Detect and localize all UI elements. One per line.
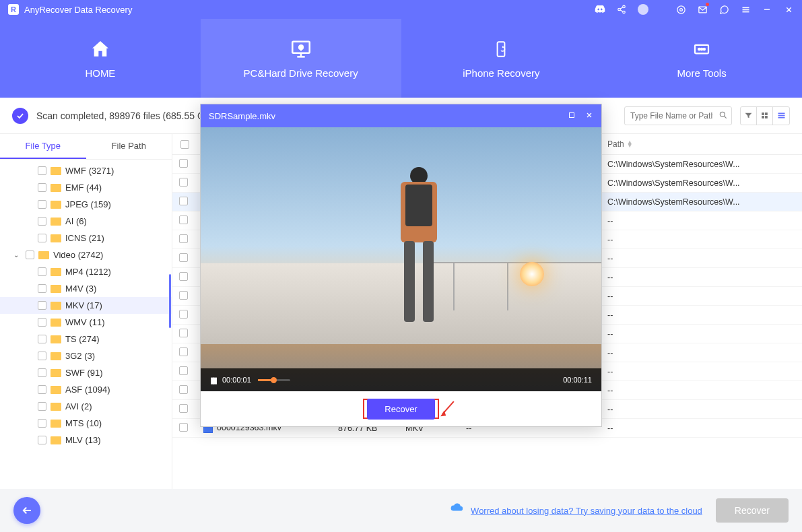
row-checkbox[interactable] bbox=[179, 215, 188, 224]
tree-item[interactable]: M4V (3) bbox=[0, 280, 172, 297]
tree-item[interactable]: WMV (11) bbox=[0, 314, 172, 331]
header-checkbox[interactable] bbox=[172, 134, 197, 154]
checkbox[interactable] bbox=[38, 234, 46, 242]
svg-rect-27 bbox=[765, 112, 768, 115]
checkbox[interactable] bbox=[38, 200, 46, 209]
row-checkbox[interactable] bbox=[179, 159, 188, 168]
checkbox[interactable] bbox=[38, 436, 46, 444]
video-progress[interactable] bbox=[258, 379, 290, 381]
header-path[interactable]: Path▲▼ bbox=[601, 134, 802, 154]
recover-button[interactable]: Recover bbox=[716, 498, 789, 523]
nav-pc-recovery[interactable]: PC&Hard Drive Recovery bbox=[201, 19, 401, 98]
feedback-icon[interactable] bbox=[719, 4, 729, 15]
list-view-icon[interactable] bbox=[773, 107, 789, 125]
share-icon[interactable] bbox=[616, 4, 627, 15]
cell-path: -- bbox=[601, 273, 802, 282]
footer: Worred about losing data? Try saving you… bbox=[0, 489, 802, 532]
tree-item[interactable]: SWF (91) bbox=[0, 364, 172, 381]
checkbox[interactable] bbox=[26, 251, 34, 259]
folder-icon bbox=[51, 285, 61, 293]
checkbox[interactable] bbox=[38, 284, 46, 293]
checkbox[interactable] bbox=[38, 166, 46, 175]
row-checkbox[interactable] bbox=[179, 197, 188, 205]
checkbox[interactable] bbox=[38, 385, 46, 394]
row-checkbox[interactable] bbox=[179, 366, 188, 375]
checkbox[interactable] bbox=[38, 318, 46, 327]
file-type-tree[interactable]: WMF (3271)EMF (44)JPEG (159)AI (6)ICNS (… bbox=[0, 160, 172, 489]
row-checkbox[interactable] bbox=[179, 329, 188, 337]
search-box bbox=[624, 106, 732, 125]
tree-item[interactable]: WMF (3271) bbox=[0, 162, 172, 179]
tree-item[interactable]: MP4 (1212) bbox=[0, 263, 172, 280]
row-checkbox[interactable] bbox=[179, 404, 188, 413]
nav-home[interactable]: HOME bbox=[0, 19, 201, 98]
row-checkbox[interactable] bbox=[179, 423, 188, 432]
checkbox[interactable] bbox=[38, 402, 46, 411]
search-input[interactable] bbox=[624, 106, 732, 125]
discord-icon[interactable] bbox=[595, 4, 605, 15]
tree-item[interactable]: JPEG (159) bbox=[0, 196, 172, 213]
video-preview[interactable]: ▮▮ 00:00:01 00:00:11 bbox=[201, 127, 601, 391]
row-checkbox[interactable] bbox=[179, 253, 188, 262]
cell-path: -- bbox=[601, 292, 802, 301]
cloud-promo: Worred about losing data? Try saving you… bbox=[448, 502, 702, 519]
row-checkbox[interactable] bbox=[179, 385, 188, 394]
tree-item[interactable]: MTS (10) bbox=[0, 415, 172, 432]
checkbox[interactable] bbox=[38, 368, 46, 377]
back-button[interactable] bbox=[13, 497, 40, 524]
more-icon bbox=[688, 38, 715, 61]
pause-icon[interactable]: ▮▮ bbox=[210, 375, 215, 385]
minimize-icon[interactable] bbox=[762, 4, 772, 15]
checkbox[interactable] bbox=[38, 335, 46, 343]
tree-item[interactable]: ICNS (21) bbox=[0, 230, 172, 246]
modal-maximize-icon[interactable] bbox=[568, 111, 576, 121]
tab-file-type[interactable]: File Type bbox=[0, 134, 86, 159]
row-checkbox[interactable] bbox=[179, 178, 188, 187]
tree-item[interactable]: ⌄Video (2742) bbox=[0, 246, 172, 263]
checkbox[interactable] bbox=[38, 183, 46, 192]
tree-item[interactable]: AI (6) bbox=[0, 213, 172, 230]
checkbox[interactable] bbox=[38, 352, 46, 360]
cloud-link[interactable]: Worred about losing data? Try saving you… bbox=[471, 506, 702, 516]
nav-iphone-recovery[interactable]: iPhone Recovery bbox=[401, 19, 602, 98]
user-avatar[interactable] bbox=[638, 4, 648, 15]
checkbox[interactable] bbox=[38, 419, 46, 428]
folder-icon bbox=[51, 268, 61, 276]
row-checkbox[interactable] bbox=[179, 291, 188, 300]
tree-item-label: WMF (3271) bbox=[65, 166, 114, 176]
tree-item[interactable]: MKV (17) bbox=[0, 297, 172, 314]
close-icon[interactable] bbox=[783, 4, 794, 15]
tree-item[interactable]: MLV (13) bbox=[0, 432, 172, 448]
row-checkbox[interactable] bbox=[179, 310, 188, 319]
folder-icon bbox=[51, 369, 61, 377]
tab-file-path[interactable]: File Path bbox=[86, 134, 172, 159]
modal-close-icon[interactable] bbox=[585, 111, 593, 121]
tree-item-label: EMF (44) bbox=[65, 182, 102, 193]
checkbox[interactable] bbox=[38, 217, 46, 226]
row-checkbox[interactable] bbox=[179, 234, 188, 243]
gear-icon[interactable] bbox=[675, 4, 686, 15]
menu-icon[interactable] bbox=[740, 4, 751, 15]
folder-icon bbox=[51, 403, 61, 411]
search-icon[interactable] bbox=[719, 110, 728, 122]
folder-icon bbox=[51, 420, 61, 428]
tree-item[interactable]: TS (274) bbox=[0, 331, 172, 347]
row-checkbox[interactable] bbox=[179, 272, 188, 281]
checkbox[interactable] bbox=[38, 301, 46, 310]
modal-titlebar[interactable]: SDRSample.mkv bbox=[201, 104, 601, 127]
grid-view-icon[interactable] bbox=[757, 107, 773, 125]
row-checkbox[interactable] bbox=[179, 347, 188, 356]
tree-item[interactable]: 3G2 (3) bbox=[0, 347, 172, 364]
svg-rect-34 bbox=[570, 112, 574, 117]
modal-recover-button[interactable]: Recover bbox=[367, 399, 434, 420]
nav-more-tools[interactable]: More Tools bbox=[601, 19, 802, 98]
tree-item-label: JPEG (159) bbox=[65, 199, 111, 209]
tree-item[interactable]: EMF (44) bbox=[0, 179, 172, 196]
tree-item[interactable]: AVI (2) bbox=[0, 398, 172, 415]
cell-path: -- bbox=[601, 405, 802, 414]
filter-icon[interactable] bbox=[741, 107, 757, 125]
checkbox[interactable] bbox=[38, 267, 46, 276]
cell-path: -- bbox=[601, 329, 802, 339]
mail-icon[interactable] bbox=[697, 4, 708, 15]
tree-item[interactable]: ASF (1094) bbox=[0, 381, 172, 398]
